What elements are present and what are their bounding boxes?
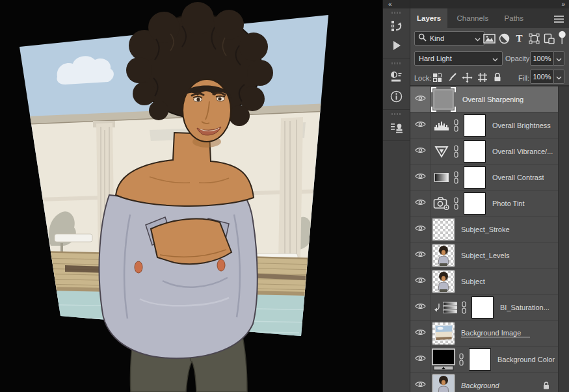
adjustment-layer-filter-icon[interactable] xyxy=(497,31,512,46)
fill-layer-thumbnail[interactable] xyxy=(432,348,455,371)
layer-row-background[interactable]: Background xyxy=(410,372,558,392)
visibility-cell xyxy=(410,190,431,216)
layer-visibility-toggle[interactable] xyxy=(414,145,427,157)
layer-row-content: BI_Saturation... xyxy=(431,294,558,320)
layer-thumbnail[interactable] xyxy=(432,244,455,267)
layer-row-content: Photo Tint xyxy=(431,190,558,216)
info-panel-icon[interactable] xyxy=(383,86,410,106)
layer-thumbnail[interactable] xyxy=(432,270,455,293)
lock-position-icon[interactable] xyxy=(460,71,475,84)
drag-handle xyxy=(391,113,402,115)
layer-visibility-toggle[interactable] xyxy=(414,197,427,209)
layer-row-content: Subject_Stroke xyxy=(431,216,558,242)
layer-row-photo-tint[interactable]: Photo Tint xyxy=(410,190,558,216)
actions-panel-icon[interactable] xyxy=(383,36,410,55)
panel-collapse-bar[interactable]: » xyxy=(410,0,569,8)
eye-icon xyxy=(415,250,426,260)
opacity-input[interactable]: 100% xyxy=(530,51,554,66)
layer-name: Background xyxy=(461,382,499,389)
tool-presets-panel-icon[interactable] xyxy=(383,67,410,86)
opacity-chevron[interactable] xyxy=(554,51,564,66)
shape-layer-filter-icon[interactable] xyxy=(527,31,542,46)
layer-row-content: Background Color xyxy=(431,346,558,372)
layer-thumbnail[interactable] xyxy=(432,218,455,241)
layer-visibility-toggle[interactable] xyxy=(414,249,427,261)
layer-visibility-toggle[interactable] xyxy=(414,171,427,183)
layer-row-background-image[interactable]: Background Image xyxy=(410,320,558,346)
layer-filter-toggle[interactable] xyxy=(558,31,566,47)
collapse-right-icon: » xyxy=(561,0,564,8)
history-panel-icon[interactable] xyxy=(383,16,410,36)
layer-row-content: Overall Sharpening xyxy=(431,86,558,112)
search-icon xyxy=(418,33,427,44)
layer-visibility-toggle[interactable] xyxy=(414,353,427,365)
tab-layers[interactable]: Layers xyxy=(410,8,447,28)
smart-object-filter-icon[interactable] xyxy=(542,31,557,46)
layer-name: Subject_Stroke xyxy=(461,226,510,233)
layer-mask-thumbnail[interactable] xyxy=(464,114,486,137)
layer-visibility-toggle[interactable] xyxy=(414,223,427,235)
eye-icon xyxy=(415,276,426,286)
layer-visibility-toggle[interactable] xyxy=(414,301,427,313)
clone-source-panel-icon[interactable] xyxy=(383,118,410,137)
type-layer-filter-icon[interactable]: T xyxy=(512,31,527,46)
layer-mask-thumbnail[interactable] xyxy=(464,192,486,215)
dock-collapse-bar[interactable]: « xyxy=(383,0,410,8)
mask-link-icon xyxy=(453,197,459,210)
collapse-left-icon: « xyxy=(388,1,391,8)
fill-input[interactable]: 100% xyxy=(530,70,554,84)
lock-artboard-icon[interactable] xyxy=(475,71,490,84)
layer-thumbnail[interactable] xyxy=(432,322,455,345)
blend-mode-dropdown[interactable]: Hard Light xyxy=(414,51,503,66)
eye-icon xyxy=(415,172,426,182)
lock-row: Lock: Fill: 100% xyxy=(410,68,569,86)
fill-chevron[interactable] xyxy=(554,70,564,84)
layer-row-bi-saturation[interactable]: BI_Saturation... xyxy=(410,294,558,320)
visibility-cell xyxy=(410,294,431,320)
fill-label: Fill: xyxy=(518,74,529,82)
tab-channels[interactable]: Channels xyxy=(451,8,496,28)
layer-thumbnail[interactable] xyxy=(431,87,456,112)
layer-name: Subject xyxy=(461,278,485,285)
mask-link-icon xyxy=(458,353,464,366)
layer-visibility-toggle[interactable] xyxy=(414,93,427,105)
layer-visibility-toggle[interactable] xyxy=(414,275,427,287)
gradient-adjustment-icon xyxy=(433,172,450,183)
visibility-cell xyxy=(410,138,431,164)
layer-visibility-toggle[interactable] xyxy=(414,379,427,391)
layer-row-overall-vibrance[interactable]: Overall Vibrance/... xyxy=(410,138,558,164)
layer-lock-icon xyxy=(542,381,550,390)
drag-handle xyxy=(391,62,402,64)
layer-row-content: Subject_Levels xyxy=(431,242,558,268)
eye-icon xyxy=(415,120,426,130)
lock-transparency-icon[interactable] xyxy=(430,71,445,84)
layer-row-content: Overall Brightness xyxy=(431,112,558,138)
panel-menu-icon[interactable] xyxy=(554,15,564,25)
lock-paint-icon[interactable] xyxy=(445,71,460,84)
layer-visibility-toggle[interactable] xyxy=(414,327,427,339)
lock-all-icon[interactable] xyxy=(490,71,505,84)
layers-scrollbar[interactable] xyxy=(558,86,569,392)
layer-row-overall-brightness[interactable]: Overall Brightness xyxy=(410,112,558,138)
layer-mask-thumbnail[interactable] xyxy=(469,348,491,371)
eye-icon xyxy=(415,302,426,312)
layer-visibility-toggle[interactable] xyxy=(414,119,427,131)
filter-kind-dropdown[interactable]: Kind xyxy=(414,31,484,46)
pixel-layer-filter-icon[interactable] xyxy=(482,31,497,46)
layer-row-overall-contrast[interactable]: Overall Contrast xyxy=(410,164,558,190)
layer-mask-thumbnail[interactable] xyxy=(464,166,486,189)
clipping-mask-arrow-icon xyxy=(434,303,441,312)
document-canvas[interactable] xyxy=(0,0,382,392)
layer-mask-thumbnail[interactable] xyxy=(464,140,486,163)
blend-row: Hard Light Opacity: 100% xyxy=(410,49,569,68)
layer-row-subject[interactable]: Subject xyxy=(410,268,558,294)
visibility-cell xyxy=(410,112,431,138)
layer-thumbnail[interactable] xyxy=(432,374,455,392)
tab-paths[interactable]: Paths xyxy=(498,8,530,28)
layer-filter-row: Kind T xyxy=(410,28,569,49)
layer-row-subject-stroke[interactable]: Subject_Stroke xyxy=(410,216,558,242)
layer-mask-thumbnail[interactable] xyxy=(471,296,494,319)
layer-row-subject-levels[interactable]: Subject_Levels xyxy=(410,242,558,268)
layer-row-background-color[interactable]: Background Color xyxy=(410,346,558,372)
layer-row-overall-sharpening[interactable]: Overall Sharpening xyxy=(410,86,558,112)
